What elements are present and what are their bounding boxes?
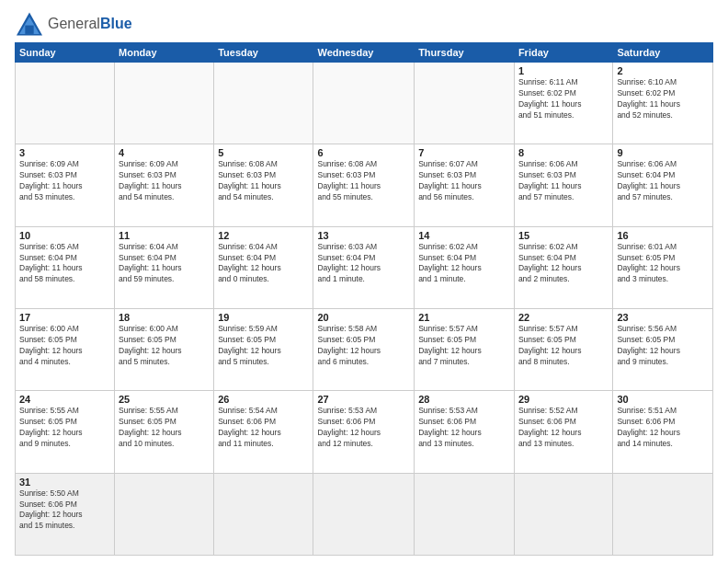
calendar-cell: 26Sunrise: 5:54 AM Sunset: 6:06 PM Dayli…: [214, 391, 313, 473]
weekday-header-wednesday: Wednesday: [313, 43, 415, 63]
day-info: Sunrise: 5:53 AM Sunset: 6:06 PM Dayligh…: [418, 406, 510, 450]
calendar-cell: 8Sunrise: 6:06 AM Sunset: 6:03 PM Daylig…: [514, 144, 612, 226]
calendar-cell: 23Sunrise: 5:56 AM Sunset: 6:05 PM Dayli…: [613, 308, 713, 390]
day-number: 6: [317, 147, 410, 158]
calendar-week-3: 10Sunrise: 6:05 AM Sunset: 6:04 PM Dayli…: [16, 226, 713, 308]
day-info: Sunrise: 5:51 AM Sunset: 6:06 PM Dayligh…: [617, 406, 709, 450]
day-number: 13: [317, 230, 410, 241]
calendar-cell: 12Sunrise: 6:04 AM Sunset: 6:04 PM Dayli…: [214, 226, 313, 308]
day-number: 3: [19, 147, 110, 158]
weekday-header-thursday: Thursday: [415, 43, 515, 63]
weekday-header-tuesday: Tuesday: [214, 43, 313, 63]
calendar-cell: 25Sunrise: 5:55 AM Sunset: 6:05 PM Dayli…: [115, 391, 214, 473]
calendar-cell: [613, 473, 713, 555]
day-number: 28: [418, 394, 510, 405]
calendar-cell: 5Sunrise: 6:08 AM Sunset: 6:03 PM Daylig…: [214, 144, 313, 226]
calendar-cell: 31Sunrise: 5:50 AM Sunset: 6:06 PM Dayli…: [16, 473, 115, 555]
calendar-cell: 17Sunrise: 6:00 AM Sunset: 6:05 PM Dayli…: [16, 308, 115, 390]
day-info: Sunrise: 5:55 AM Sunset: 6:05 PM Dayligh…: [119, 406, 210, 450]
calendar-cell: 22Sunrise: 5:57 AM Sunset: 6:05 PM Dayli…: [514, 308, 612, 390]
day-info: Sunrise: 6:09 AM Sunset: 6:03 PM Dayligh…: [119, 159, 210, 203]
day-number: 31: [19, 477, 110, 488]
calendar-cell: 13Sunrise: 6:03 AM Sunset: 6:04 PM Dayli…: [313, 226, 415, 308]
day-info: Sunrise: 6:08 AM Sunset: 6:03 PM Dayligh…: [218, 159, 309, 203]
day-info: Sunrise: 6:09 AM Sunset: 6:03 PM Dayligh…: [19, 159, 110, 203]
svg-rect-2: [25, 26, 33, 34]
day-number: 9: [617, 147, 709, 158]
calendar-cell: 10Sunrise: 6:05 AM Sunset: 6:04 PM Dayli…: [16, 226, 115, 308]
calendar-cell: 15Sunrise: 6:02 AM Sunset: 6:04 PM Dayli…: [514, 226, 612, 308]
day-number: 2: [617, 65, 709, 76]
calendar-cell: [214, 473, 313, 555]
day-info: Sunrise: 6:05 AM Sunset: 6:04 PM Dayligh…: [19, 242, 110, 286]
calendar-cell: 28Sunrise: 5:53 AM Sunset: 6:06 PM Dayli…: [415, 391, 515, 473]
day-info: Sunrise: 6:07 AM Sunset: 6:03 PM Dayligh…: [418, 159, 510, 203]
day-number: 23: [617, 312, 709, 323]
day-info: Sunrise: 5:58 AM Sunset: 6:05 PM Dayligh…: [317, 324, 410, 368]
day-number: 11: [119, 230, 210, 241]
weekday-header-sunday: Sunday: [16, 43, 115, 63]
calendar-cell: 16Sunrise: 6:01 AM Sunset: 6:05 PM Dayli…: [613, 226, 713, 308]
calendar-week-5: 24Sunrise: 5:55 AM Sunset: 6:05 PM Dayli…: [16, 391, 713, 473]
day-info: Sunrise: 5:55 AM Sunset: 6:05 PM Dayligh…: [19, 406, 110, 450]
logo-text: GeneralBlue: [48, 15, 132, 32]
day-info: Sunrise: 6:02 AM Sunset: 6:04 PM Dayligh…: [418, 242, 510, 286]
day-number: 7: [418, 147, 510, 158]
weekday-header-row: SundayMondayTuesdayWednesdayThursdayFrid…: [16, 43, 713, 63]
day-info: Sunrise: 6:04 AM Sunset: 6:04 PM Dayligh…: [218, 242, 309, 286]
day-number: 27: [317, 394, 410, 405]
day-number: 21: [418, 312, 510, 323]
day-number: 4: [119, 147, 210, 158]
day-info: Sunrise: 6:08 AM Sunset: 6:03 PM Dayligh…: [317, 159, 410, 203]
day-info: Sunrise: 5:54 AM Sunset: 6:06 PM Dayligh…: [218, 406, 309, 450]
day-number: 18: [119, 312, 210, 323]
calendar-cell: 24Sunrise: 5:55 AM Sunset: 6:05 PM Dayli…: [16, 391, 115, 473]
day-number: 16: [617, 230, 709, 241]
calendar-cell: 18Sunrise: 6:00 AM Sunset: 6:05 PM Dayli…: [115, 308, 214, 390]
logo: GeneralBlue: [15, 11, 132, 37]
calendar-week-1: 1Sunrise: 6:11 AM Sunset: 6:02 PM Daylig…: [16, 63, 713, 144]
calendar-cell: 27Sunrise: 5:53 AM Sunset: 6:06 PM Dayli…: [313, 391, 415, 473]
day-number: 24: [19, 394, 110, 405]
calendar-cell: [415, 63, 515, 144]
calendar-body: 1Sunrise: 6:11 AM Sunset: 6:02 PM Daylig…: [16, 63, 713, 556]
calendar-cell: 2Sunrise: 6:10 AM Sunset: 6:02 PM Daylig…: [613, 63, 713, 144]
calendar-cell: [415, 473, 515, 555]
day-info: Sunrise: 6:10 AM Sunset: 6:02 PM Dayligh…: [617, 77, 709, 121]
calendar-week-2: 3Sunrise: 6:09 AM Sunset: 6:03 PM Daylig…: [16, 144, 713, 226]
calendar-cell: [115, 473, 214, 555]
day-info: Sunrise: 6:01 AM Sunset: 6:05 PM Dayligh…: [617, 242, 709, 286]
day-number: 8: [518, 147, 609, 158]
calendar-cell: [313, 473, 415, 555]
calendar-header: SundayMondayTuesdayWednesdayThursdayFrid…: [16, 43, 713, 63]
day-info: Sunrise: 5:57 AM Sunset: 6:05 PM Dayligh…: [418, 324, 510, 368]
calendar-cell: 21Sunrise: 5:57 AM Sunset: 6:05 PM Dayli…: [415, 308, 515, 390]
page: GeneralBlue SundayMondayTuesdayWednesday…: [0, 0, 728, 563]
calendar-table: SundayMondayTuesdayWednesdayThursdayFrid…: [15, 42, 713, 556]
day-info: Sunrise: 5:59 AM Sunset: 6:05 PM Dayligh…: [218, 324, 309, 368]
header: GeneralBlue: [15, 11, 713, 37]
calendar-cell: 3Sunrise: 6:09 AM Sunset: 6:03 PM Daylig…: [16, 144, 115, 226]
calendar-week-6: 31Sunrise: 5:50 AM Sunset: 6:06 PM Dayli…: [16, 473, 713, 555]
generalblue-logo-icon: [15, 11, 44, 37]
day-number: 15: [518, 230, 609, 241]
calendar-cell: 11Sunrise: 6:04 AM Sunset: 6:04 PM Dayli…: [115, 226, 214, 308]
day-info: Sunrise: 6:04 AM Sunset: 6:04 PM Dayligh…: [119, 242, 210, 286]
day-number: 30: [617, 394, 709, 405]
day-number: 17: [19, 312, 110, 323]
day-number: 20: [317, 312, 410, 323]
calendar-week-4: 17Sunrise: 6:00 AM Sunset: 6:05 PM Dayli…: [16, 308, 713, 390]
day-info: Sunrise: 6:06 AM Sunset: 6:03 PM Dayligh…: [518, 159, 609, 203]
day-number: 1: [518, 65, 609, 76]
day-info: Sunrise: 6:06 AM Sunset: 6:04 PM Dayligh…: [617, 159, 709, 203]
day-number: 19: [218, 312, 309, 323]
calendar-cell: 20Sunrise: 5:58 AM Sunset: 6:05 PM Dayli…: [313, 308, 415, 390]
day-number: 5: [218, 147, 309, 158]
calendar-cell: [313, 63, 415, 144]
calendar-cell: 1Sunrise: 6:11 AM Sunset: 6:02 PM Daylig…: [514, 63, 612, 144]
calendar-cell: 6Sunrise: 6:08 AM Sunset: 6:03 PM Daylig…: [313, 144, 415, 226]
day-number: 25: [119, 394, 210, 405]
day-info: Sunrise: 5:53 AM Sunset: 6:06 PM Dayligh…: [317, 406, 410, 450]
calendar-cell: [115, 63, 214, 144]
calendar-cell: 14Sunrise: 6:02 AM Sunset: 6:04 PM Dayli…: [415, 226, 515, 308]
